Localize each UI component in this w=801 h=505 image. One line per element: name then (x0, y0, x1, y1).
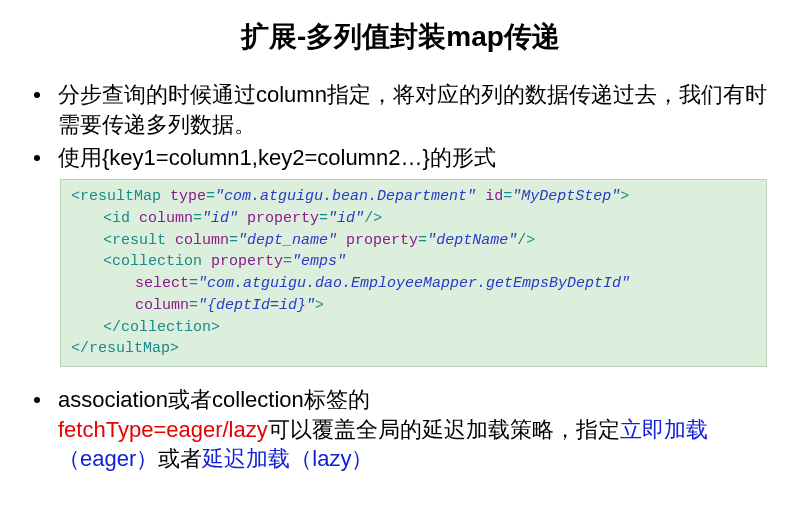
bullet-1: 分步查询的时候通过column指定，将对应的列的数据传递过去，我们有时需要传递多… (34, 80, 767, 139)
code-line-6: column="{deptId=id}"> (71, 295, 756, 317)
highlight-blue-lazy: 延迟加载（lazy） (202, 446, 373, 471)
code-line-4: <collection property="emps" (71, 251, 756, 273)
code-line-2: <id column="id" property="id"/> (71, 208, 756, 230)
bullet-dot-icon (34, 92, 40, 98)
highlight-red: fetchType=eager/lazy (58, 417, 268, 442)
bullet-3-text: association或者collection标签的fetchType=eage… (58, 385, 767, 474)
bullet-2-text: 使用{key1=column1,key2=column2…}的形式 (58, 143, 767, 173)
bullet-dot-icon (34, 397, 40, 403)
bullet-1-text: 分步查询的时候通过column指定，将对应的列的数据传递过去，我们有时需要传递多… (58, 80, 767, 139)
code-line-3: <result column="dept_name" property="dep… (71, 230, 756, 252)
bullet-dot-icon (34, 155, 40, 161)
code-line-8: </resultMap> (71, 338, 756, 360)
code-line-7: </collection> (71, 317, 756, 339)
bullet-3: association或者collection标签的fetchType=eage… (34, 385, 767, 474)
code-block: <resultMap type="com.atguigu.bean.Depart… (60, 179, 767, 367)
code-line-5: select="com.atguigu.dao.EmployeeMapper.g… (71, 273, 756, 295)
bullet-2: 使用{key1=column1,key2=column2…}的形式 (34, 143, 767, 173)
code-line-1: <resultMap type="com.atguigu.bean.Depart… (71, 186, 756, 208)
slide-content: 分步查询的时候通过column指定，将对应的列的数据传递过去，我们有时需要传递多… (28, 80, 773, 474)
slide-title: 扩展-多列值封装map传递 (28, 18, 773, 56)
